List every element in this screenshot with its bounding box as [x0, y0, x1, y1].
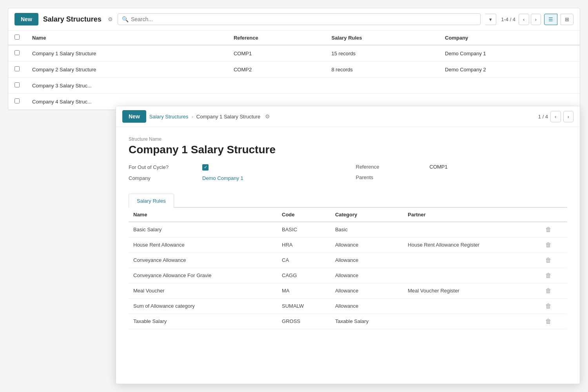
row-checkbox-cell — [8, 62, 26, 78]
detail-header: New Salary Structures › Company 1 Salary… — [116, 106, 580, 118]
row-name: Company 1 Salary Structure — [26, 45, 227, 62]
row-company — [439, 78, 580, 94]
col-reference: Reference — [227, 31, 325, 45]
row-name: Company 2 Salary Structure — [26, 62, 227, 78]
detail-panel: New Salary Structures › Company 1 Salary… — [116, 106, 580, 118]
col-name: Name — [26, 31, 227, 45]
row-checkbox[interactable] — [15, 50, 20, 55]
select-all-checkbox[interactable] — [15, 34, 20, 40]
table-row[interactable]: Company 2 Salary Structure COMP2 8 recor… — [8, 62, 580, 78]
row-company: Demo Company 2 — [439, 62, 580, 78]
search-input[interactable] — [131, 16, 476, 22]
row-checkbox-cell — [8, 45, 26, 62]
detail-next-button[interactable]: › — [563, 111, 573, 118]
list-view-button[interactable]: ☰ — [544, 14, 557, 25]
table-row[interactable]: Company 3 Salary Struc... — [8, 78, 580, 94]
list-nav-group: ‹ › — [519, 14, 541, 25]
breadcrumb-current: Company 1 Salary Structure — [196, 114, 260, 118]
row-salary-rules — [325, 78, 439, 94]
row-checkbox-cell — [8, 94, 26, 110]
gear-icon[interactable]: ⚙ — [108, 16, 113, 22]
list-pagination: 1-4 / 4 — [501, 16, 515, 22]
detail-pagination: 1 / 4 — [538, 114, 548, 118]
row-company: Demo Company 1 — [439, 45, 580, 62]
breadcrumb-parent[interactable]: Salary Structures — [149, 114, 189, 118]
list-table-wrap: Name Reference Salary Rules Company Comp… — [8, 31, 580, 110]
list-view: New Salary Structures ⚙ 🔍 ▾ 1-4 / 4 ‹ › … — [8, 8, 580, 110]
col-company: Company — [439, 31, 580, 45]
breadcrumb-separator: › — [192, 114, 193, 118]
detail-prev-button[interactable]: ‹ — [550, 111, 561, 118]
search-box: 🔍 — [118, 13, 481, 25]
search-dropdown-button[interactable]: ▾ — [485, 14, 496, 25]
select-all-col — [8, 31, 26, 45]
table-row[interactable]: Company 1 Salary Structure COMP1 15 reco… — [8, 45, 580, 62]
row-checkbox[interactable] — [15, 98, 20, 103]
list-header: New Salary Structures ⚙ 🔍 ▾ 1-4 / 4 ‹ › … — [8, 8, 580, 31]
list-prev-button[interactable]: ‹ — [519, 14, 529, 25]
search-icon: 🔍 — [122, 16, 129, 22]
detail-gear-icon[interactable]: ⚙ — [265, 113, 270, 118]
header-controls: 1-4 / 4 ‹ › ☰ ⊞ — [501, 14, 573, 25]
row-checkbox-cell — [8, 78, 26, 94]
list-table-header-row: Name Reference Salary Rules Company — [8, 31, 580, 45]
row-reference: COMP2 — [227, 62, 325, 78]
detail-new-button[interactable]: New — [122, 110, 146, 118]
list-next-button[interactable]: › — [531, 14, 541, 25]
row-checkbox[interactable] — [15, 66, 20, 71]
row-salary-rules: 8 records — [325, 62, 439, 78]
new-button[interactable]: New — [15, 13, 38, 25]
page-title: Salary Structures — [43, 15, 102, 24]
row-name: Company 3 Salary Struc... — [26, 78, 227, 94]
row-reference: COMP1 — [227, 45, 325, 62]
row-reference — [227, 78, 325, 94]
list-table: Name Reference Salary Rules Company Comp… — [8, 31, 580, 110]
detail-nav: 1 / 4 ‹ › — [538, 111, 573, 118]
col-salary-rules: Salary Rules — [325, 31, 439, 45]
row-salary-rules: 15 records — [325, 45, 439, 62]
kanban-view-button[interactable]: ⊞ — [561, 14, 573, 25]
row-checkbox[interactable] — [15, 82, 20, 87]
